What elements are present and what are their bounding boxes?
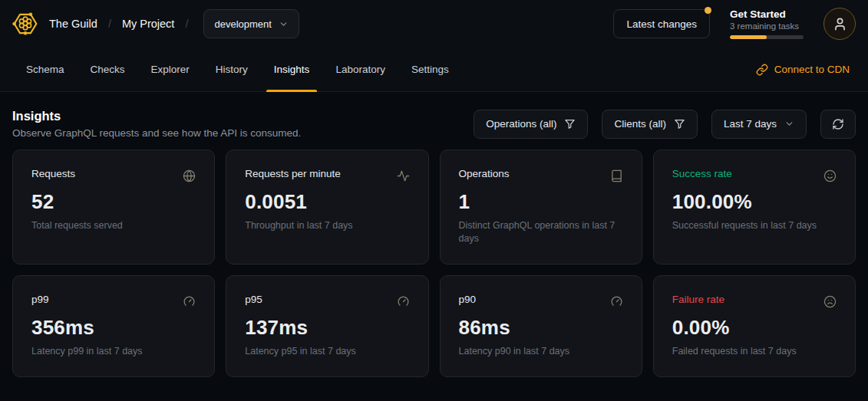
card-description: Distinct GraphQL operations in last 7 da… <box>459 219 623 245</box>
operations-filter-button[interactable]: Operations (all) <box>474 110 588 139</box>
refresh-icon <box>832 118 844 130</box>
breadcrumb-project[interactable]: My Project <box>122 18 175 30</box>
card-value: 86ms <box>459 316 623 340</box>
card-title: Failure rate <box>672 294 724 305</box>
tab-insights[interactable]: Insights <box>266 48 318 91</box>
stat-card-success-rate: Success rate 100.00% Successful requests… <box>653 150 856 265</box>
card-title: Success rate <box>672 168 732 179</box>
clients-filter-label: Clients (all) <box>614 118 666 130</box>
card-title: Requests per minute <box>245 168 341 179</box>
tab-checks[interactable]: Checks <box>83 48 133 91</box>
card-value: 1 <box>459 190 623 214</box>
guild-logo-icon[interactable] <box>12 11 38 37</box>
card-description: Latency p90 in last 7 days <box>459 345 623 358</box>
filters-toolbar: Operations (all) Clients (all) Last 7 da… <box>474 110 856 139</box>
card-title: Requests <box>31 168 75 179</box>
smile-icon <box>823 169 837 182</box>
stat-card-p90: p90 86ms Latency p90 in last 7 days <box>440 275 642 377</box>
operations-filter-label: Operations (all) <box>486 118 556 130</box>
globe-icon <box>183 169 196 182</box>
card-title: p99 <box>31 294 49 305</box>
header-right-group: Latest changes Get Started 3 remaining t… <box>613 8 856 40</box>
card-value: 0.00% <box>672 316 837 340</box>
get-started-title: Get Started <box>730 8 804 20</box>
stats-grid: Requests 52 Total requests served Reques… <box>12 150 856 377</box>
page-subtitle: Observe GraphQL requests and see how the… <box>12 127 301 139</box>
filter-funnel-icon <box>674 118 685 130</box>
target-selector-dropdown[interactable]: development <box>203 9 299 38</box>
card-description: Latency p99 in last 7 days <box>31 345 196 358</box>
stat-card-requests: Requests 52 Total requests served <box>12 150 215 265</box>
frown-icon <box>823 295 837 308</box>
card-description: Failed requests in last 7 days <box>672 345 837 358</box>
link-icon <box>756 64 768 76</box>
gauge-icon <box>183 295 196 308</box>
chevron-down-icon <box>279 19 289 29</box>
get-started-progressbar <box>730 35 804 39</box>
gauge-icon <box>610 295 623 308</box>
nav-tabs: Schema Checks Explorer History Insights … <box>18 48 457 91</box>
date-range-label: Last 7 days <box>724 118 777 130</box>
latest-changes-button[interactable]: Latest changes <box>613 9 710 38</box>
filter-funnel-icon <box>564 118 576 130</box>
tab-laboratory[interactable]: Laboratory <box>328 48 393 91</box>
stat-card-operations: Operations 1 Distinct GraphQL operations… <box>440 150 642 265</box>
title-block: Insights Observe GraphQL requests and se… <box>12 109 301 139</box>
breadcrumb-separator: / <box>185 18 188 30</box>
get-started-widget[interactable]: Get Started 3 remaining tasks <box>730 8 804 39</box>
get-started-subtitle: 3 remaining tasks <box>730 21 804 31</box>
user-avatar[interactable] <box>823 8 856 40</box>
gauge-icon <box>397 295 410 308</box>
card-title: Operations <box>459 168 510 179</box>
stat-card-p95: p95 137ms Latency p95 in last 7 days <box>226 275 428 377</box>
user-icon <box>833 17 847 31</box>
connect-to-cdn-link[interactable]: Connect to CDN <box>756 48 850 91</box>
chevron-down-icon <box>784 119 794 129</box>
date-range-dropdown[interactable]: Last 7 days <box>711 110 807 139</box>
card-description: Throughput in last 7 days <box>245 219 409 232</box>
breadcrumb-org[interactable]: The Guild <box>49 18 97 30</box>
stat-card-p99: p99 356ms Latency p99 in last 7 days <box>12 275 215 377</box>
top-header: The Guild / My Project / development Lat… <box>0 0 868 48</box>
refresh-button[interactable] <box>820 110 856 139</box>
breadcrumb-separator: / <box>108 18 111 30</box>
latest-changes-label: Latest changes <box>626 18 697 30</box>
card-title: p95 <box>245 294 262 305</box>
card-description: Total requests served <box>31 219 196 232</box>
tab-settings[interactable]: Settings <box>404 48 457 91</box>
breadcrumb: The Guild / My Project / development <box>49 9 299 38</box>
notification-dot <box>705 7 711 14</box>
project-nav: Schema Checks Explorer History Insights … <box>0 48 868 92</box>
tab-schema[interactable]: Schema <box>18 48 72 91</box>
get-started-progress-fill <box>730 35 767 39</box>
card-title: p90 <box>459 294 477 305</box>
card-description: Latency p95 in last 7 days <box>245 345 409 358</box>
card-description: Successful requests in last 7 days <box>672 219 837 232</box>
connect-to-cdn-label: Connect to CDN <box>774 64 850 75</box>
card-value: 0.0051 <box>245 190 409 214</box>
activity-icon <box>397 169 410 182</box>
insights-page: Insights Observe GraphQL requests and se… <box>0 109 868 377</box>
book-icon <box>610 169 623 182</box>
card-value: 137ms <box>245 316 409 340</box>
clients-filter-button[interactable]: Clients (all) <box>602 110 698 139</box>
page-title: Insights <box>12 109 301 123</box>
section-header: Insights Observe GraphQL requests and se… <box>12 109 856 139</box>
target-selector-value: development <box>214 18 271 30</box>
card-value: 100.00% <box>672 190 837 214</box>
tab-explorer[interactable]: Explorer <box>144 48 197 91</box>
tab-history[interactable]: History <box>208 48 256 91</box>
stat-card-failure-rate: Failure rate 0.00% Failed requests in la… <box>653 275 856 377</box>
stat-card-requests-per-minute: Requests per minute 0.0051 Throughput in… <box>226 150 428 265</box>
card-value: 356ms <box>31 316 196 340</box>
card-value: 52 <box>31 190 196 214</box>
